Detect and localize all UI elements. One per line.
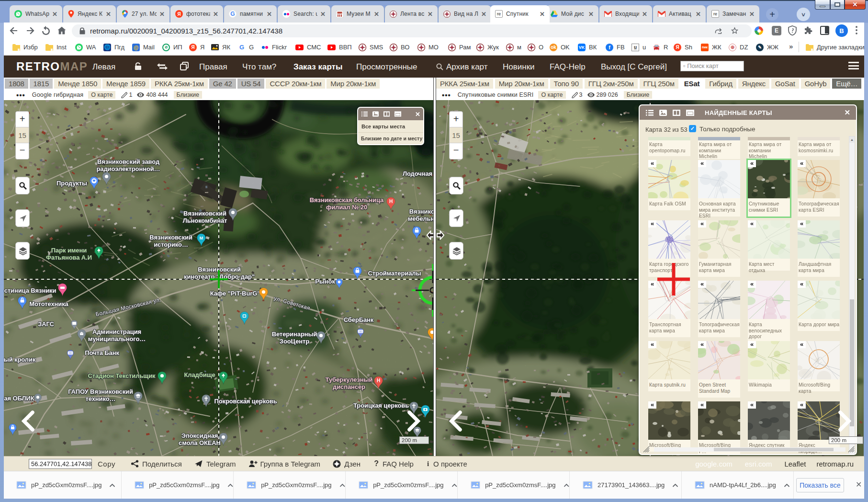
svg-text:300: 300	[68, 352, 72, 354]
svg-text:M: M	[200, 236, 203, 240]
svg-text:H: H	[389, 199, 393, 204]
svg-text:300: 300	[359, 331, 362, 333]
svg-text:H: H	[377, 378, 380, 383]
